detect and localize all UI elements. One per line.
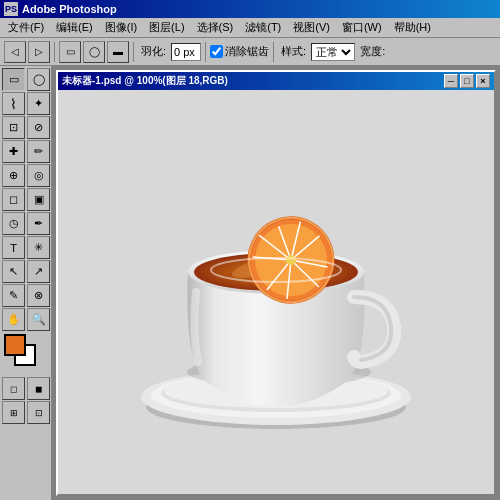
tool-marquee-rect[interactable]: ▭ [2, 68, 25, 91]
tool-crop[interactable]: ⊡ [2, 116, 25, 139]
menu-view[interactable]: 视图(V) [287, 18, 336, 37]
style-select[interactable]: 正常 [311, 43, 355, 61]
antialias-checkbox[interactable] [210, 45, 223, 58]
main-area: ▭ ◯ ⌇ ✦ ⊡ ⊘ ✚ ✏ ⊕ ◎ ◻ ▣ ◷ ✒ T ✳ ↖ ↗ ✎ ⊗ … [0, 66, 500, 500]
menu-filter[interactable]: 滤镜(T) [239, 18, 287, 37]
menu-file[interactable]: 文件(F) [2, 18, 50, 37]
toolbar-rect-btn[interactable]: ▭ [59, 41, 81, 63]
tool-eraser[interactable]: ◻ [2, 188, 25, 211]
doc-minimize-btn[interactable]: ─ [444, 74, 458, 88]
tool-path-select[interactable]: ↖ [2, 260, 25, 283]
app-icon: PS [4, 2, 18, 16]
tool-marquee-ellipse[interactable]: ◯ [27, 68, 50, 91]
toolbar-sep3 [205, 42, 206, 62]
doc-close-btn[interactable]: × [476, 74, 490, 88]
toolbar-back-btn[interactable]: ◁ [4, 41, 26, 63]
feather-input[interactable] [171, 43, 201, 61]
menu-window[interactable]: 窗口(W) [336, 18, 388, 37]
toolbar: ◁ ▷ ▭ ◯ ▬ 羽化: 消除锯齿 样式: 正常 宽度: [0, 38, 500, 66]
tool-hand[interactable]: ✋ [2, 308, 25, 331]
menu-image[interactable]: 图像(I) [99, 18, 143, 37]
toolbar-sep4 [273, 42, 274, 62]
toolbar-fwd-btn[interactable]: ▷ [28, 41, 50, 63]
document-window: 未标器-1.psd @ 100%(图层 18,RGB) ─ □ × [56, 70, 496, 496]
menu-select[interactable]: 选择(S) [191, 18, 240, 37]
style-label: 样式: [281, 44, 306, 59]
tool-brush[interactable]: ✏ [27, 140, 50, 163]
title-bar: PS Adobe Photoshop [0, 0, 500, 18]
doc-title-bar: 未标器-1.psd @ 100%(图层 18,RGB) ─ □ × [58, 72, 494, 90]
antialias-label: 消除锯齿 [225, 44, 269, 59]
doc-maximize-btn[interactable]: □ [460, 74, 474, 88]
antialias-area: 消除锯齿 [210, 44, 269, 59]
color-swatch-area [2, 334, 51, 376]
doc-title-buttons: ─ □ × [444, 74, 490, 88]
tool-eyedropper[interactable]: ⊗ [27, 284, 50, 307]
toolbar-ellipse-btn[interactable]: ◯ [83, 41, 105, 63]
menu-edit[interactable]: 编辑(E) [50, 18, 99, 37]
tool-quick-mask[interactable]: ◼ [27, 377, 50, 400]
tool-text[interactable]: T [2, 236, 25, 259]
tool-lasso[interactable]: ⌇ [2, 92, 25, 115]
tool-measure[interactable]: ⊘ [27, 116, 50, 139]
toolbar-sep1 [54, 42, 55, 62]
canvas-area: 未标器-1.psd @ 100%(图层 18,RGB) ─ □ × [52, 66, 500, 500]
tool-shape[interactable]: ✳ [27, 236, 50, 259]
fg-color-swatch[interactable] [4, 334, 26, 356]
tool-standard-mode[interactable]: ◻ [2, 377, 25, 400]
menu-help[interactable]: 帮助(H) [388, 18, 437, 37]
menu-layer[interactable]: 图层(L) [143, 18, 190, 37]
tool-history[interactable]: ◎ [27, 164, 50, 187]
tool-gradient[interactable]: ▣ [27, 188, 50, 211]
tool-clone[interactable]: ⊕ [2, 164, 25, 187]
tool-fullscreen[interactable]: ⊡ [27, 401, 50, 424]
width-label: 宽度: [360, 44, 385, 59]
tool-notes[interactable]: ✎ [2, 284, 25, 307]
toolbar-sep2 [133, 42, 134, 62]
tool-zoom[interactable]: 🔍 [27, 308, 50, 331]
tool-heal[interactable]: ✚ [2, 140, 25, 163]
toolbox: ▭ ◯ ⌇ ✦ ⊡ ⊘ ✚ ✏ ⊕ ◎ ◻ ▣ ◷ ✒ T ✳ ↖ ↗ ✎ ⊗ … [0, 66, 52, 500]
app-title: Adobe Photoshop [22, 3, 117, 15]
tool-screen-mode[interactable]: ⊞ [2, 401, 25, 424]
doc-title: 未标器-1.psd @ 100%(图层 18,RGB) [62, 74, 228, 88]
tea-cup-illustration [116, 132, 436, 452]
document-canvas[interactable] [58, 90, 494, 494]
toolbar-row-btn[interactable]: ▬ [107, 41, 129, 63]
tool-dodge[interactable]: ◷ [2, 212, 25, 235]
menu-bar: 文件(F) 编辑(E) 图像(I) 图层(L) 选择(S) 滤镜(T) 视图(V… [0, 18, 500, 38]
tool-pen[interactable]: ✒ [27, 212, 50, 235]
tool-direct-select[interactable]: ↗ [27, 260, 50, 283]
feather-label: 羽化: [141, 44, 166, 59]
tool-magic-wand[interactable]: ✦ [27, 92, 50, 115]
